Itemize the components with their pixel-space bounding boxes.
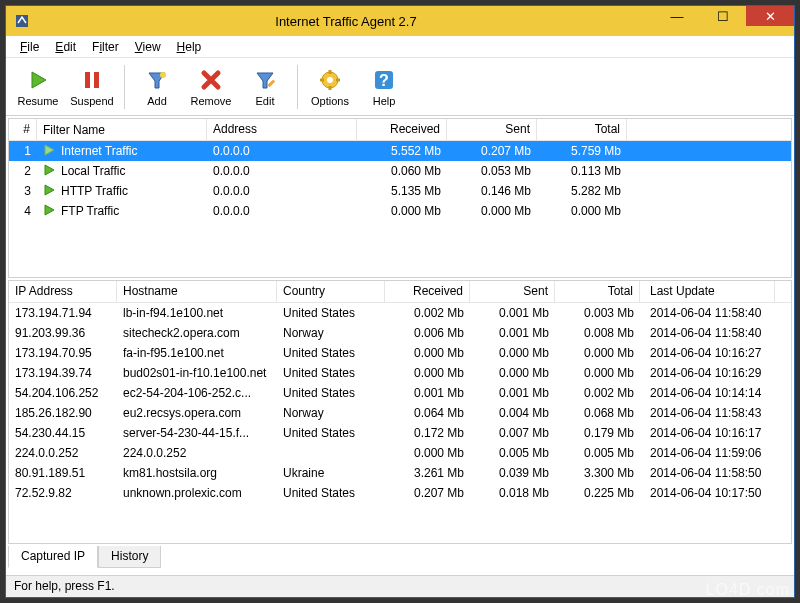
filter-row[interactable]: 2Local Traffic0.0.0.00.060 Mb0.053 Mb0.1… bbox=[9, 161, 791, 181]
ip-row[interactable]: 224.0.0.252224.0.0.2520.000 Mb0.005 Mb0.… bbox=[9, 443, 791, 463]
last-update: 2014-06-04 10:17:50 bbox=[640, 484, 775, 502]
col-number[interactable]: # bbox=[9, 119, 37, 140]
ip-sent: 0.039 Mb bbox=[470, 464, 555, 482]
menu-filter[interactable]: Filter bbox=[84, 38, 127, 56]
ip-row[interactable]: 54.230.44.15server-54-230-44-15.f...Unit… bbox=[9, 423, 791, 443]
svg-text:?: ? bbox=[379, 72, 389, 89]
col-total[interactable]: Total bbox=[555, 281, 640, 302]
svg-marker-19 bbox=[45, 205, 54, 215]
ip-received: 0.001 Mb bbox=[385, 384, 470, 402]
menu-file[interactable]: File bbox=[12, 38, 47, 56]
suspend-button[interactable]: Suspend bbox=[66, 62, 118, 112]
svg-point-9 bbox=[327, 77, 333, 83]
tab-history[interactable]: History bbox=[98, 546, 161, 568]
col-total[interactable]: Total bbox=[537, 119, 627, 140]
ip-address: 91.203.99.36 bbox=[9, 324, 117, 342]
ip-row[interactable]: 72.52.9.82unknown.prolexic.comUnited Sta… bbox=[9, 483, 791, 503]
last-update: 2014-06-04 11:58:50 bbox=[640, 464, 775, 482]
country: United States bbox=[277, 364, 385, 382]
add-button[interactable]: Add bbox=[131, 62, 183, 112]
ip-sent: 0.001 Mb bbox=[470, 384, 555, 402]
ip-address: 224.0.0.252 bbox=[9, 444, 117, 462]
ip-rows-scrollable[interactable]: 173.194.71.94lb-in-f94.1e100.netUnited S… bbox=[9, 303, 791, 544]
maximize-button[interactable]: ☐ bbox=[700, 6, 746, 26]
ip-address: 173.194.39.74 bbox=[9, 364, 117, 382]
country bbox=[277, 451, 385, 455]
statusbar: For help, press F1. bbox=[6, 575, 794, 597]
last-update: 2014-06-04 10:14:14 bbox=[640, 384, 775, 402]
menu-edit[interactable]: Edit bbox=[47, 38, 84, 56]
filter-name: Internet Traffic bbox=[61, 144, 137, 158]
bottom-tabs: Captured IP History bbox=[8, 546, 792, 568]
ip-row[interactable]: 54.204.106.252ec2-54-204-106-252.c...Uni… bbox=[9, 383, 791, 403]
ip-row[interactable]: 80.91.189.51km81.hostsila.orgUkraine3.26… bbox=[9, 463, 791, 483]
status-text: For help, press F1. bbox=[14, 579, 115, 593]
col-last-update[interactable]: Last Update bbox=[640, 281, 775, 302]
ip-total: 0.068 Mb bbox=[555, 404, 640, 422]
ip-row[interactable]: 173.194.70.95fa-in-f95.1e100.netUnited S… bbox=[9, 343, 791, 363]
ip-sent: 0.000 Mb bbox=[470, 344, 555, 362]
ip-row[interactable]: 173.194.39.74bud02s01-in-f10.1e100.netUn… bbox=[9, 363, 791, 383]
col-sent[interactable]: Sent bbox=[447, 119, 537, 140]
filter-row[interactable]: 1Internet Traffic0.0.0.05.552 Mb0.207 Mb… bbox=[9, 141, 791, 161]
hostname: km81.hostsila.org bbox=[117, 464, 277, 482]
ip-sent: 0.005 Mb bbox=[470, 444, 555, 462]
ip-received: 0.207 Mb bbox=[385, 484, 470, 502]
ip-row[interactable]: 173.194.71.94lb-in-f94.1e100.netUnited S… bbox=[9, 303, 791, 323]
app-icon bbox=[14, 13, 30, 29]
col-hostname[interactable]: Hostname bbox=[117, 281, 277, 302]
window-title: Internet Traffic Agent 2.7 bbox=[38, 14, 654, 29]
hostname: ec2-54-204-106-252.c... bbox=[117, 384, 277, 402]
col-ip[interactable]: IP Address bbox=[9, 281, 117, 302]
filter-name-cell: Local Traffic bbox=[37, 162, 207, 181]
edit-button[interactable]: Edit bbox=[239, 62, 291, 112]
col-country[interactable]: Country bbox=[277, 281, 385, 302]
menu-help[interactable]: Help bbox=[169, 38, 210, 56]
country: United States bbox=[277, 304, 385, 322]
filter-sent: 0.146 Mb bbox=[447, 182, 537, 200]
help-button[interactable]: ? Help bbox=[358, 62, 410, 112]
filter-total: 5.759 Mb bbox=[537, 142, 627, 160]
close-button[interactable]: ✕ bbox=[746, 6, 794, 26]
ip-row[interactable]: 91.203.99.36sitecheck2.opera.comNorway0.… bbox=[9, 323, 791, 343]
ip-row[interactable]: 185.26.182.90eu2.recsys.opera.comNorway0… bbox=[9, 403, 791, 423]
ip-address: 54.204.106.252 bbox=[9, 384, 117, 402]
titlebar[interactable]: Internet Traffic Agent 2.7 — ☐ ✕ bbox=[6, 6, 794, 36]
ip-total bbox=[555, 511, 640, 515]
col-sent[interactable]: Sent bbox=[470, 281, 555, 302]
filter-number: 3 bbox=[9, 182, 37, 200]
minimize-button[interactable]: — bbox=[654, 6, 700, 26]
ip-columns: IP Address Hostname Country Received Sen… bbox=[9, 281, 791, 303]
svg-rect-2 bbox=[85, 72, 90, 88]
filter-name-cell: FTP Traffic bbox=[37, 202, 207, 221]
filter-address: 0.0.0.0 bbox=[207, 142, 357, 160]
ip-received: 0.000 Mb bbox=[385, 344, 470, 362]
options-button[interactable]: Options bbox=[304, 62, 356, 112]
filter-name: FTP Traffic bbox=[61, 204, 119, 218]
filter-address: 0.0.0.0 bbox=[207, 202, 357, 220]
col-filter-name[interactable]: Filter Name bbox=[37, 119, 207, 140]
tab-captured-ip[interactable]: Captured IP bbox=[8, 546, 98, 568]
col-received[interactable]: Received bbox=[385, 281, 470, 302]
ip-total: 0.008 Mb bbox=[555, 324, 640, 342]
window: Internet Traffic Agent 2.7 — ☐ ✕ File Ed… bbox=[5, 5, 795, 598]
ip-row[interactable] bbox=[9, 503, 791, 523]
ip-address bbox=[9, 511, 117, 515]
col-address[interactable]: Address bbox=[207, 119, 357, 140]
menu-view[interactable]: View bbox=[127, 38, 169, 56]
ip-sent: 0.001 Mb bbox=[470, 304, 555, 322]
filter-row[interactable]: 3HTTP Traffic0.0.0.05.135 Mb0.146 Mb5.28… bbox=[9, 181, 791, 201]
filter-sent: 0.000 Mb bbox=[447, 202, 537, 220]
ip-total: 0.225 Mb bbox=[555, 484, 640, 502]
ip-address: 54.230.44.15 bbox=[9, 424, 117, 442]
filter-row[interactable]: 4FTP Traffic0.0.0.00.000 Mb0.000 Mb0.000… bbox=[9, 201, 791, 221]
resume-button[interactable]: Resume bbox=[12, 62, 64, 112]
col-received[interactable]: Received bbox=[357, 119, 447, 140]
help-icon: ? bbox=[370, 66, 398, 94]
funnel-add-icon bbox=[143, 66, 171, 94]
country: United States bbox=[277, 484, 385, 502]
ip-total: 0.179 Mb bbox=[555, 424, 640, 442]
svg-marker-17 bbox=[45, 165, 54, 175]
ip-received: 3.261 Mb bbox=[385, 464, 470, 482]
remove-button[interactable]: Remove bbox=[185, 62, 237, 112]
